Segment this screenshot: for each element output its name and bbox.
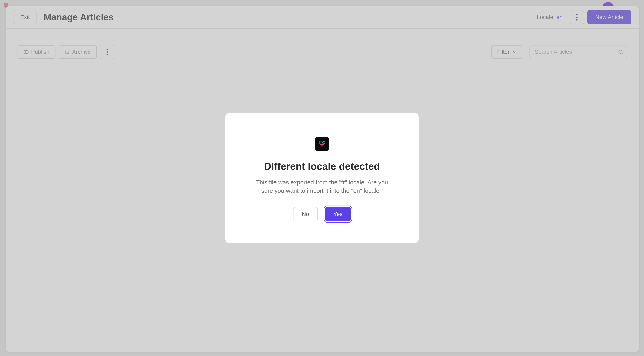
svg-marker-8 (320, 144, 324, 147)
modal-buttons: No Yes (293, 207, 351, 221)
modal-title: Different locale detected (264, 161, 380, 172)
modal-app-icon (315, 137, 329, 151)
locale-modal: Different locale detected This file was … (225, 113, 419, 243)
svg-point-7 (322, 141, 325, 144)
svg-rect-6 (320, 141, 322, 144)
yes-button[interactable]: Yes (325, 207, 351, 221)
no-button[interactable]: No (293, 207, 318, 221)
modal-body: This file was exported from the "fr" loc… (250, 178, 394, 195)
shapes-icon (318, 140, 326, 148)
modal-overlay[interactable]: Different locale detected This file was … (0, 0, 644, 356)
